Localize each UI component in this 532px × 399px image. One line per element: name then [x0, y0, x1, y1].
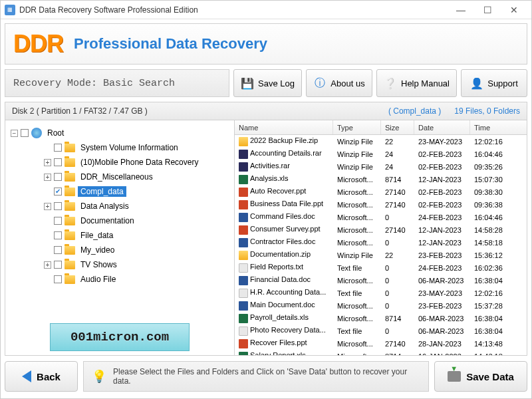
file-row[interactable]: Documentation.zipWinzip File2223-FEB-202…: [235, 249, 527, 261]
expand-icon[interactable]: +: [44, 261, 51, 269]
file-type-icon: [239, 263, 248, 273]
file-row[interactable]: Analysis.xlsMicrosoft...871412-JAN-20231…: [235, 173, 527, 186]
file-row[interactable]: Field Reports.txtText file024-FEB-202316…: [235, 261, 527, 274]
checkbox[interactable]: [54, 217, 62, 225]
file-type-icon: [239, 352, 248, 355]
file-type-icon: [239, 137, 248, 146]
file-type-icon: [239, 276, 248, 285]
back-button[interactable]: Back: [5, 361, 78, 392]
expand-icon[interactable]: +: [44, 203, 51, 210]
tree-item-label: TV Shows: [78, 259, 120, 270]
checkbox[interactable]: [54, 173, 62, 181]
help-manual-button[interactable]: ❔ Help Manual: [376, 69, 457, 97]
tree-item[interactable]: +TV Shows: [9, 257, 230, 272]
file-row[interactable]: Financial Data.docMicrosoft...006-MAR-20…: [235, 274, 527, 287]
expand-spacer: [44, 232, 51, 239]
tree-root-label: Root: [45, 128, 66, 138]
folder-icon: [65, 158, 75, 167]
checkbox[interactable]: [54, 144, 62, 152]
file-row[interactable]: H.R. Accounting Data...Text file023-MAY-…: [235, 287, 527, 299]
file-row[interactable]: Salary Report.xlsMicrosoft...871416-JAN-…: [235, 350, 527, 355]
column-size[interactable]: Size: [381, 120, 414, 134]
tree-item[interactable]: Documentation: [9, 213, 230, 228]
checkbox[interactable]: [54, 246, 62, 254]
folder-icon: [65, 275, 75, 284]
file-row[interactable]: Command Files.docMicrosoft...024-FEB-202…: [235, 211, 527, 223]
expand-icon[interactable]: −: [11, 130, 18, 137]
checkbox[interactable]: [54, 261, 62, 269]
save-log-button[interactable]: 💾 Save Log: [233, 69, 302, 97]
column-type[interactable]: Type: [333, 120, 381, 134]
checkbox[interactable]: [54, 275, 62, 283]
expand-icon[interactable]: +: [44, 174, 51, 181]
file-row[interactable]: Photo Recovery Data...Text file006-MAR-2…: [235, 325, 527, 337]
folder-icon: [65, 144, 75, 152]
expand-icon[interactable]: +: [44, 159, 51, 166]
file-list[interactable]: 2022 Backup File.zipWinzip File2223-MAY-…: [235, 135, 527, 355]
file-type-icon: [239, 162, 248, 172]
tree-item-label: My_video: [78, 245, 117, 255]
tree-item-label: Audio File: [78, 274, 118, 285]
folder-tree-panel: − Root System Volume Information+(10)Mob…: [5, 120, 235, 355]
support-icon: 👤: [470, 76, 483, 90]
file-type-icon: [239, 314, 248, 323]
file-list-panel: Name Type Size Date Time 2022 Backup Fil…: [235, 120, 527, 355]
minimize-button[interactable]: —: [448, 1, 474, 19]
tree-item-label: (10)Mobile Phone Data Recovery: [78, 157, 201, 168]
support-button[interactable]: 👤 Support: [461, 69, 527, 97]
checkbox[interactable]: [54, 188, 62, 196]
column-date[interactable]: Date: [414, 120, 470, 134]
folder-tree[interactable]: − Root System Volume Information+(10)Mob…: [5, 120, 234, 318]
checkbox[interactable]: [54, 231, 62, 239]
tree-item[interactable]: System Volume Information: [9, 140, 230, 155]
file-row[interactable]: Auto Recover.pptMicrosoft...2714002-FEB-…: [235, 186, 527, 198]
checkbox[interactable]: [21, 129, 29, 137]
tree-item[interactable]: My_video: [9, 243, 230, 257]
file-type-icon: [239, 327, 248, 336]
support-label: Support: [487, 78, 518, 88]
disk-info: Disk 2 ( Partition 1 / FAT32 / 7.47 GB ): [12, 106, 388, 116]
about-us-button[interactable]: ⓘ About us: [306, 69, 372, 97]
file-row[interactable]: Recover Files.pptMicrosoft...2714028-JAN…: [235, 337, 527, 350]
app-icon: ▦: [5, 5, 15, 15]
checkbox[interactable]: [54, 202, 62, 210]
file-type-icon: [239, 213, 248, 222]
tree-item-label: Data Analysis: [78, 201, 132, 211]
save-data-icon: [448, 371, 461, 382]
save-log-label: Save Log: [258, 78, 295, 88]
file-type-icon: [239, 200, 248, 209]
back-label: Back: [37, 371, 61, 382]
tree-item[interactable]: +(10)Mobile Phone Data Recovery: [9, 155, 230, 170]
tree-item[interactable]: +Data Analysis: [9, 199, 230, 213]
save-data-button[interactable]: Save Data: [434, 361, 527, 392]
file-row[interactable]: 2022 Backup File.zipWinzip File2223-MAY-…: [235, 135, 527, 148]
tree-item[interactable]: File_data: [9, 228, 230, 243]
tree-item[interactable]: +DDR_Miscellaneous: [9, 170, 230, 184]
close-button[interactable]: ✕: [501, 1, 527, 19]
checkbox[interactable]: [54, 158, 62, 166]
help-manual-label: Help Manual: [401, 78, 450, 88]
folder-icon: [65, 202, 75, 211]
file-row[interactable]: Contractor Files.docMicrosoft...012-JAN-…: [235, 236, 527, 249]
file-row[interactable]: Accounting Details.rarWinzip File2402-FE…: [235, 148, 527, 160]
folder-icon: [65, 261, 75, 269]
folder-icon: [65, 246, 75, 255]
window-title: DDR Data Recovery Software Professional …: [19, 5, 448, 15]
column-time[interactable]: Time: [470, 120, 510, 134]
tree-item[interactable]: Compl_data: [9, 184, 230, 199]
tree-root[interactable]: − Root: [9, 126, 230, 140]
disk-info-bar: Disk 2 ( Partition 1 / FAT32 / 7.47 GB )…: [5, 102, 527, 120]
expand-spacer: [44, 144, 51, 152]
file-row[interactable]: Main Document.docMicrosoft...023-FEB-202…: [235, 299, 527, 312]
expand-spacer: [44, 188, 51, 196]
file-type-icon: [239, 238, 248, 247]
file-type-icon: [239, 188, 248, 197]
column-name[interactable]: Name: [235, 120, 333, 134]
file-type-icon: [239, 150, 248, 159]
maximize-button[interactable]: ☐: [474, 1, 501, 19]
tree-item[interactable]: Audio File: [9, 272, 230, 287]
file-row[interactable]: Payroll_details.xlsMicrosoft...871406-MA…: [235, 312, 527, 325]
file-row[interactable]: Consumer Survey.pptMicrosoft...2714012-J…: [235, 223, 527, 236]
file-row[interactable]: Business Data File.pptMicrosoft...271400…: [235, 198, 527, 211]
file-row[interactable]: Activities.rarWinzip File2402-FEB-202309…: [235, 160, 527, 173]
